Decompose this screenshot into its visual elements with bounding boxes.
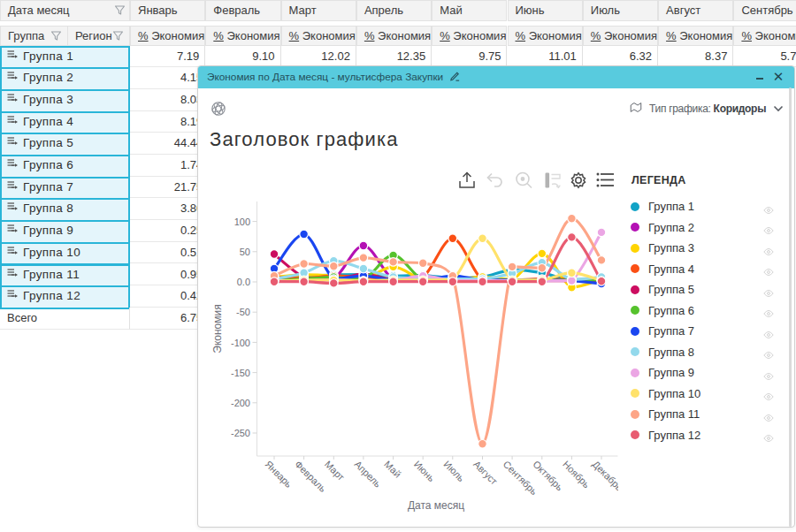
svg-text:-200: -200 [231,398,250,408]
svg-text:Июль: Июль [441,459,467,484]
svg-text:Январь: Январь [264,459,295,490]
svg-text:-50: -50 [236,307,250,317]
svg-text:50: 50 [240,247,250,257]
svg-text:0.0: 0.0 [237,277,250,287]
svg-text:Экономия: Экономия [211,304,224,353]
svg-text:Март: Март [323,459,347,483]
svg-text:-150: -150 [231,368,250,378]
svg-text:Февраль: Февраль [293,459,328,494]
svg-text:Август: Август [471,459,500,487]
svg-text:Декабрь: Декабрь [591,459,618,493]
svg-text:-250: -250 [231,428,250,438]
svg-text:Дата месяц: Дата месяц [408,499,464,512]
svg-text:Июнь: Июнь [412,459,437,483]
svg-text:100: 100 [234,217,250,227]
svg-text:-100: -100 [231,338,250,348]
svg-text:Май: Май [382,459,403,480]
svg-text:Ноябрь: Ноябрь [561,459,593,490]
svg-text:Апрель: Апрель [352,459,383,490]
